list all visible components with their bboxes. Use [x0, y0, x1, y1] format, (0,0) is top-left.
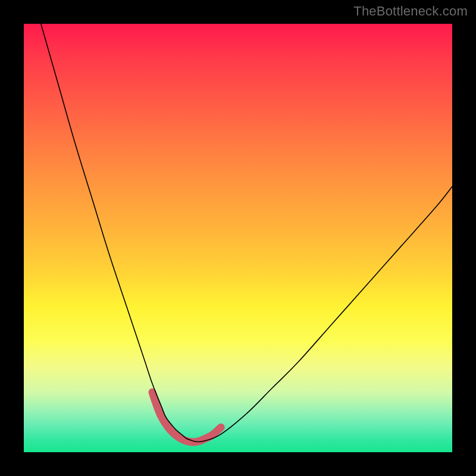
chart-stage: TheBottleneck.com — [0, 0, 476, 476]
bottleneck-curve-series — [41, 24, 452, 442]
plot-area — [24, 24, 452, 452]
watermark-text: TheBottleneck.com — [353, 4, 468, 19]
curve-svg — [24, 24, 452, 452]
valley-accent-series — [152, 392, 221, 442]
